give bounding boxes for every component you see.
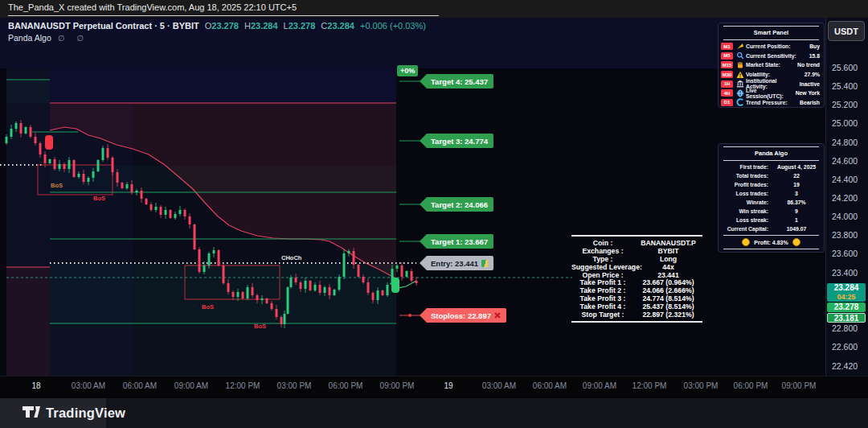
close-x-icon: [494, 311, 501, 320]
stats-row-label: Profit trades:: [723, 182, 774, 187]
tradingview-logo-icon[interactable]: [23, 406, 42, 419]
stats-row: Current Capital:1049.07: [719, 224, 824, 233]
smart-row-label: Trend Pressure:: [746, 100, 800, 105]
hand-icon: [735, 61, 744, 69]
attribution-bar: The_Panda_X created with TradingView.com…: [0, 0, 868, 18]
trade-row-label: Take Profit 4 :: [571, 302, 634, 311]
indicator-hidden-values: ∅ ∅: [58, 34, 88, 43]
stats-row: Loss streak:1: [719, 216, 824, 224]
symbol-header[interactable]: BANANAUSDT Perpetual Contract · 5 · BYBI…: [8, 21, 426, 31]
trade-row-value: 22.897 (2.321%): [634, 311, 702, 319]
magnifier-icon: [735, 51, 744, 60]
price-tick-label: 25.400: [832, 81, 858, 91]
trade-table-row: Take Profit 3 :24.774 (8.514%): [571, 294, 702, 302]
entry-tag: Entry: 23.441: [420, 256, 493, 270]
smart-row-value: New York: [796, 90, 820, 96]
last-price-box: 23.28404:25: [827, 283, 866, 302]
stats-row-label: Total trades:: [723, 173, 774, 179]
price-axis[interactable]: 25.60025.40025.20025.00024.80024.60024.4…: [825, 18, 868, 376]
price-tick-label: 23.800: [832, 230, 858, 240]
price-tick-label: 22.600: [832, 342, 858, 352]
panda-algo-panel: Panda Algo First trade:August 4, 2025Tot…: [718, 143, 825, 253]
trade-row-value: 23.441: [634, 271, 702, 279]
trade-row-label: Take Profit 1 :: [571, 278, 634, 286]
stats-row-label: Current Capital:: [723, 226, 774, 232]
tag-text: Target 3: 24.774: [431, 137, 488, 146]
stats-row-value: 1049.07: [774, 226, 819, 232]
price-tick-label: 22.420: [832, 361, 858, 371]
time-tick-label: 09:00 AM: [583, 381, 616, 390]
buy-marker: [391, 278, 399, 293]
globe-icon: [735, 89, 744, 97]
price-tick-label: 24.400: [832, 175, 858, 184]
attribution-text: The_Panda_X created with TradingView.com…: [8, 2, 297, 12]
stats-row-value: 22: [774, 173, 819, 179]
usdt-currency-button[interactable]: USDT: [828, 21, 865, 41]
trade-row-value: BYBIT: [634, 247, 702, 255]
indicator-row[interactable]: Panda Algo ∅ ∅: [8, 33, 88, 43]
price-tick-label: 24.000: [832, 212, 858, 221]
smart-panel-row: D1Trend Pressure:Bearish: [719, 98, 824, 108]
warning-icon: [735, 71, 744, 79]
time-tick-label: 12:00 PM: [226, 381, 260, 390]
target-tag: Target 1: 23.667: [420, 234, 493, 249]
cyclone-icon: [735, 98, 744, 106]
trade-row-value: 23.667 (0.964%): [634, 278, 702, 286]
trade-row-label: Take Profit 3 :: [571, 294, 634, 302]
smart-row-value: 15.8: [809, 53, 820, 59]
stats-row: Win streak:9: [719, 207, 824, 216]
stats-row-label: First trade:: [723, 164, 774, 170]
time-tick-label: 03:00 AM: [482, 381, 516, 390]
smart-row-value: No trend: [797, 62, 820, 68]
time-tick-label: 09:00 PM: [380, 381, 415, 390]
price-tick-label: 25.200: [832, 100, 858, 109]
trade-row-label: Type :: [571, 255, 634, 263]
price-tick-label: 24.600: [832, 156, 858, 166]
tag-text: Target 2: 24.066: [431, 200, 488, 209]
trade-table-row: Take Profit 4 :25.437 (8.514%): [571, 302, 702, 311]
stats-row-label: Loss trades:: [723, 191, 774, 196]
chart-annotation: CHoCh: [281, 254, 302, 261]
smart-panel-row: M1Current Position:Buy: [719, 42, 824, 51]
stats-row-label: Loss streak:: [723, 217, 774, 223]
trade-table-row: Stop Target :22.897 (2.321%): [571, 311, 702, 319]
tradingview-brand-text[interactable]: TradingView: [46, 398, 125, 428]
panda-panel-title: Panda Algo: [723, 146, 819, 161]
stats-row-value: 1: [774, 217, 819, 223]
trade-table-row: Exchanges :BYBIT: [571, 247, 702, 255]
stats-row-value: August 4, 2025: [774, 164, 819, 170]
smart-row-value: Buy: [809, 43, 820, 49]
stats-row-value: 9: [774, 208, 819, 214]
time-axis[interactable]: 1803:00 AM06:00 AM09:00 AM12:00 PM03:00 …: [0, 376, 868, 399]
trade-row-label: Coin :: [571, 239, 634, 247]
smart-row-label: Live Session(UTC):: [746, 88, 796, 99]
trade-row-value: 44x: [634, 263, 702, 271]
price-change: +0.006 (+0.03%): [360, 21, 426, 31]
last-price-box: 23.181: [827, 313, 866, 323]
timeframe-badge: 1H: [721, 80, 733, 88]
symbol-title: BANANAUSDT Perpetual Contract · 5 · BYBI…: [8, 21, 199, 31]
smart-panel-row: M15Market State:No trend: [719, 60, 824, 70]
stats-row: First trade:August 4, 2025: [719, 163, 824, 171]
price-tick-label: 25.600: [832, 63, 858, 72]
trade-row-label: Suggested Leverage:: [571, 263, 634, 271]
smart-row-value: Bearish: [800, 100, 820, 105]
trade-info-table: Coin :BANANAUSDT.PExchanges :BYBITType :…: [571, 235, 702, 323]
trade-table-row: Take Profit 2 :24.066 (2.666%): [571, 286, 702, 294]
time-tick-label: 19: [444, 381, 452, 390]
indicator-name: Panda Algo: [8, 33, 51, 43]
smart-row-label: Current Sensitivity:: [746, 53, 809, 59]
sell-marker: [45, 135, 53, 150]
pointer-hand-icon: [735, 43, 744, 51]
chart-annotation: BoS: [51, 182, 63, 189]
price-tick-label: 22.800: [832, 323, 858, 333]
coin-icon: [742, 238, 750, 246]
trade-table-row: Suggested Leverage:44x: [571, 263, 702, 271]
stop-tag: Stoploss: 22.897: [420, 308, 506, 323]
stats-row-value: 3: [774, 191, 819, 196]
stop-dot: [408, 314, 411, 317]
chart-annotation: BoS: [93, 195, 105, 202]
smart-panel: Smart Panel M1Current Position:BuyM5Curr…: [718, 23, 825, 108]
price-box-value: 23.181: [828, 314, 865, 323]
trade-table-row: Take Profit 1 :23.667 (0.964%): [571, 278, 702, 286]
